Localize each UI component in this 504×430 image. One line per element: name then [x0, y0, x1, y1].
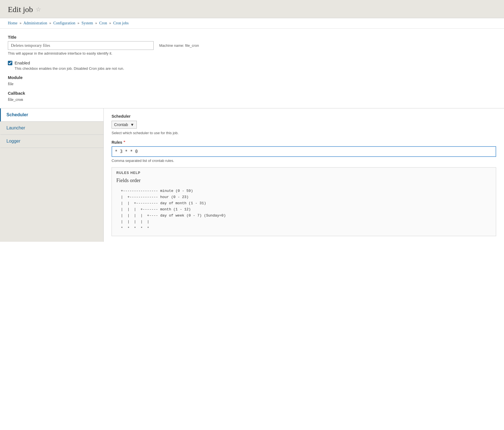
breadcrumb-sep-4: »: [95, 21, 97, 25]
tabs-sidebar: Scheduler Launcher Logger: [0, 108, 104, 242]
page-title: Edit job ☆: [8, 5, 496, 14]
breadcrumb-cron[interactable]: Cron: [99, 21, 107, 25]
breadcrumb-home[interactable]: Home: [8, 21, 17, 25]
scheduler-select-row: Crontab ▼: [112, 121, 496, 129]
breadcrumb-sep-5: »: [109, 21, 111, 25]
enabled-desc: This checkbox enables the cron job. Disa…: [15, 66, 496, 71]
rules-field-label: Rules: [112, 140, 122, 145]
title-field-desc: This will appear in the administrative i…: [8, 51, 496, 55]
page-title-text: Edit job: [8, 5, 33, 14]
rules-desc: Comma separated list of crontab rules.: [112, 159, 496, 163]
tabs-section: Scheduler Launcher Logger Scheduler Cron…: [0, 108, 504, 242]
breadcrumb-administration[interactable]: Administration: [23, 21, 47, 25]
scheduler-dropdown-icon: ▼: [130, 122, 134, 127]
tab-launcher[interactable]: Launcher: [0, 122, 103, 135]
module-field-label: Module: [8, 75, 496, 80]
scheduler-select[interactable]: Crontab ▼: [112, 121, 137, 129]
title-input[interactable]: [8, 41, 154, 50]
breadcrumb-sep-1: »: [20, 21, 22, 25]
title-field-label: Title: [8, 35, 496, 39]
breadcrumb-configuration[interactable]: Configuration: [53, 21, 75, 25]
module-value: file: [8, 82, 496, 86]
page-header: Edit job ☆: [0, 0, 504, 18]
scheduler-field-label: Scheduler: [112, 114, 496, 118]
rules-help-box: RULES HELP Fields order +---------------…: [112, 167, 496, 236]
machine-name-label: Machine name: file_cron: [159, 43, 199, 48]
breadcrumb-sep-2: »: [49, 21, 51, 25]
callback-field-label: Callback: [8, 91, 496, 96]
tab-scheduler[interactable]: Scheduler: [0, 108, 103, 122]
breadcrumb-system[interactable]: System: [82, 21, 93, 25]
rules-help-pre: +---------------- minute (0 - 59) | +---…: [112, 187, 496, 236]
breadcrumb: Home » Administration » Configuration » …: [0, 18, 504, 29]
breadcrumb-sep-3: »: [77, 21, 79, 25]
title-row: Machine name: file_cron: [8, 41, 496, 50]
callback-value: file_cron: [8, 97, 496, 102]
scheduler-desc: Select which scheduler to use for this j…: [112, 131, 496, 135]
rules-input[interactable]: [112, 146, 496, 157]
enabled-checkbox[interactable]: [8, 61, 12, 65]
rules-label-row: Rules *: [112, 140, 496, 145]
breadcrumb-cron-jobs[interactable]: Cron jobs: [113, 21, 129, 25]
rules-help-fields-title: Fields order: [112, 176, 496, 187]
enabled-label[interactable]: Enabled: [15, 61, 30, 65]
rules-required-star: *: [123, 140, 125, 145]
tab-content-scheduler: Scheduler Crontab ▼ Select which schedul…: [104, 108, 504, 242]
main-content: Title Machine name: file_cron This will …: [0, 29, 504, 108]
rules-help-title: RULES HELP: [112, 168, 496, 176]
enabled-checkbox-row: Enabled: [8, 61, 496, 65]
favorite-star-icon[interactable]: ☆: [36, 6, 41, 13]
scheduler-select-value: Crontab: [114, 122, 128, 127]
tab-logger[interactable]: Logger: [0, 135, 103, 148]
